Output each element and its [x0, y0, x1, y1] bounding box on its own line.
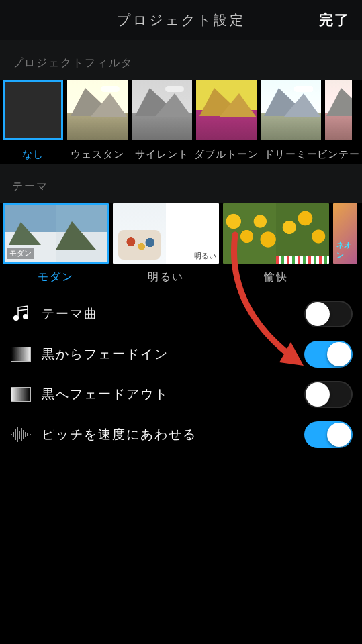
filter-thumb — [67, 80, 128, 140]
row-fade-out: 黒へフェードアウト — [9, 374, 353, 415]
fade-out-icon — [9, 384, 32, 405]
themes-heading: テーマ — [0, 164, 362, 203]
filter-label: ダブルトーン — [194, 148, 259, 161]
row-pitch-speed: ピッチを速度にあわせる — [9, 415, 353, 455]
settings-list: テーマ曲 黒からフェードイン 黒へフェードアウト — [0, 287, 362, 455]
filter-item-vintage[interactable]: ビンテー — [325, 80, 352, 161]
filter-item-silent[interactable]: サイレント — [132, 80, 192, 161]
header: プロジェクト設定 完了 — [0, 0, 362, 40]
themes-section: テーマ — [0, 164, 362, 203]
svg-point-0 — [14, 316, 19, 321]
filter-strip[interactable]: なし ウェスタン サイレント ダブルトーン ドリーミー — [0, 80, 362, 164]
row-label: 黒へフェードアウト — [42, 386, 304, 403]
done-button[interactable]: 完了 — [319, 11, 350, 30]
filters-heading: プロジェクトフィルタ — [0, 40, 362, 80]
theme-overlay-text: 明るい — [194, 251, 216, 261]
theme-item-neon[interactable]: ネオン — [333, 203, 357, 284]
svg-point-1 — [24, 315, 28, 319]
theme-label: 愉快 — [264, 270, 288, 284]
page-title: プロジェクト設定 — [117, 11, 246, 30]
theme-thumb: 明るい — [113, 203, 219, 264]
theme-overlay-text: ネオン — [334, 239, 357, 261]
row-label: ピッチを速度にあわせる — [42, 426, 304, 443]
theme-thumb — [223, 203, 329, 264]
waveform-icon — [9, 425, 32, 445]
filter-thumb — [196, 80, 257, 140]
filter-label: ビンテー — [317, 148, 360, 161]
filter-item-western[interactable]: ウェスタン — [67, 80, 128, 161]
filter-thumb — [261, 80, 321, 140]
theme-strip[interactable]: モダン モダン 明るい 明るい 愉快 — [0, 203, 362, 287]
toggle-pitch-speed[interactable] — [304, 421, 353, 448]
toggle-theme-music[interactable] — [304, 301, 353, 327]
filter-label: ドリーミー — [264, 148, 318, 161]
theme-item-bright[interactable]: 明るい 明るい — [113, 203, 219, 284]
row-fade-in: 黒からフェードイン — [9, 334, 353, 374]
filter-thumb — [3, 80, 63, 140]
fade-in-icon — [9, 344, 32, 364]
row-label: 黒からフェードイン — [42, 345, 304, 363]
theme-overlay-text: モダン — [7, 248, 34, 259]
filter-label: サイレント — [135, 148, 189, 161]
theme-item-cheerful[interactable]: 愉快 — [223, 203, 329, 284]
music-icon — [9, 304, 32, 324]
row-label: テーマ曲 — [42, 305, 304, 323]
filter-label: ウェスタン — [71, 148, 124, 161]
toggle-fade-in[interactable] — [304, 341, 353, 368]
theme-label: 明るい — [148, 270, 184, 284]
theme-label: モダン — [38, 270, 74, 284]
theme-item-modern[interactable]: モダン モダン — [3, 203, 109, 284]
theme-thumb: モダン — [3, 203, 109, 264]
theme-thumb: ネオン — [333, 203, 357, 264]
filter-item-none[interactable]: なし — [3, 80, 63, 161]
filter-thumb — [325, 80, 352, 140]
filter-item-duotone[interactable]: ダブルトーン — [196, 80, 257, 161]
filter-thumb — [132, 80, 192, 140]
row-theme-music: テーマ曲 — [9, 294, 353, 334]
filter-item-dreamy[interactable]: ドリーミー — [261, 80, 321, 161]
filters-section: プロジェクトフィルタ — [0, 40, 362, 80]
toggle-fade-out[interactable] — [304, 381, 353, 408]
filter-label: なし — [22, 148, 44, 161]
